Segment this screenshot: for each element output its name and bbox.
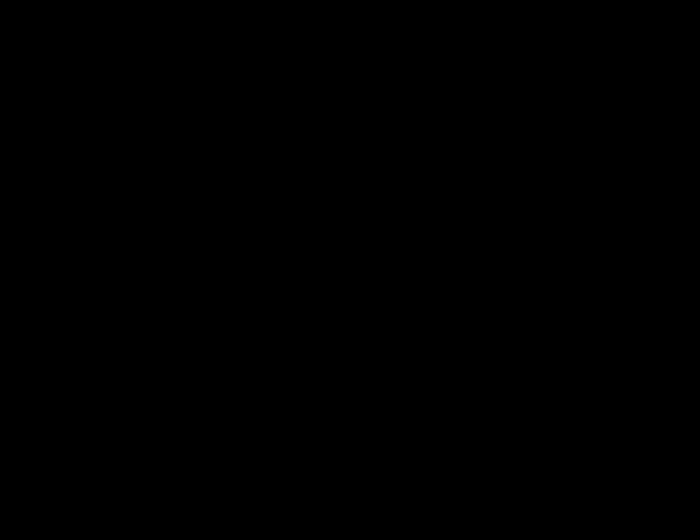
lasco-timeline-plot [0, 0, 700, 532]
